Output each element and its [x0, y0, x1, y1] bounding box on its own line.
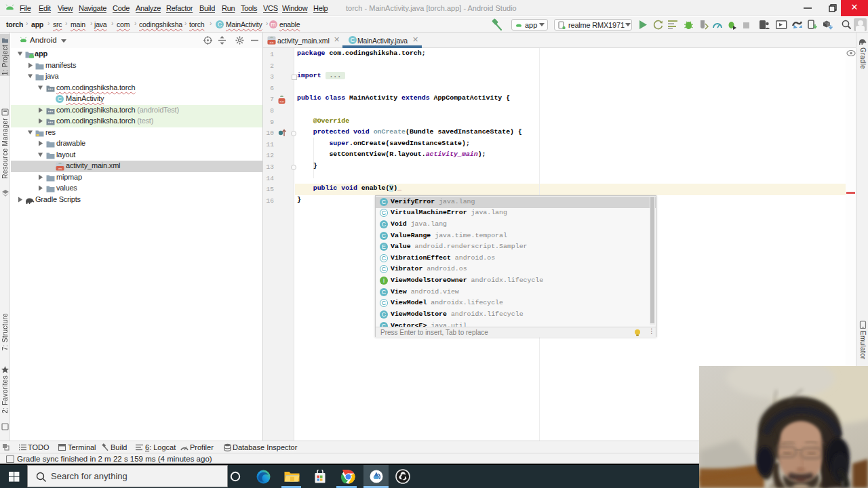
svg-text:<>: <>	[279, 100, 285, 104]
svg-text:<>: <>	[269, 41, 274, 45]
svg-text:<>: <>	[58, 167, 62, 171]
